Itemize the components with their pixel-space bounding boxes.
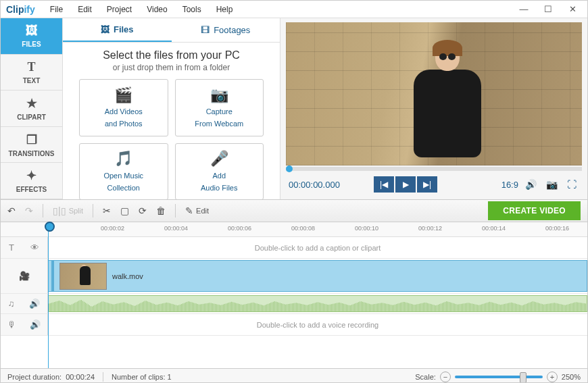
edit-button[interactable]: ✎ Edit xyxy=(185,205,209,216)
zoom-in-button[interactable]: + xyxy=(547,372,558,382)
tab-footages[interactable]: 🎞 Footages xyxy=(172,18,280,42)
image-icon: 🖼 xyxy=(26,24,38,38)
panel-title: Select the files from your PC xyxy=(71,49,272,61)
transitions-icon: ❐ xyxy=(26,132,37,147)
sidebar-item-effects[interactable]: ✦ EFFECTS xyxy=(1,163,62,199)
crop-button[interactable]: ▢ xyxy=(120,205,129,216)
voice-track: 🎙🔊 Double-click to add a voice recording xyxy=(1,314,587,336)
fullscreen-icon[interactable]: ⛶ xyxy=(564,179,579,190)
clip-filename: walk.mov xyxy=(112,272,143,280)
capture-webcam-button[interactable]: 📷 Capture From Webcam xyxy=(175,79,264,136)
open-music-button[interactable]: 🎵 Open Music Collection xyxy=(79,143,168,201)
video-track: 🎥 walk.mov xyxy=(1,259,587,294)
sidebar-item-transitions[interactable]: ❐ TRANSITIONS xyxy=(1,127,62,163)
menu-edit[interactable]: Edit xyxy=(71,2,99,17)
video-subject xyxy=(410,43,485,165)
add-audio-button[interactable]: 🎤 Add Audio Files xyxy=(175,143,264,201)
video-track-icon[interactable]: 🎥 xyxy=(19,271,30,281)
playhead[interactable] xyxy=(48,222,49,368)
preview-seek-slider[interactable] xyxy=(286,167,582,171)
redo-button[interactable]: ↷ xyxy=(25,205,33,216)
zoom-slider[interactable] xyxy=(455,376,543,378)
webcam-icon: 📷 xyxy=(210,86,228,104)
menu-help[interactable]: Help xyxy=(210,2,240,17)
sidebar-item-text[interactable]: T TEXT xyxy=(1,55,62,91)
scale-value: 250% xyxy=(562,373,581,381)
visibility-icon[interactable]: 👁 xyxy=(30,242,39,253)
audio-track: ♫🔊 xyxy=(1,294,587,314)
video-clip[interactable]: walk.mov xyxy=(48,260,587,292)
status-bar: Project duration: 00:00:24 Number of cli… xyxy=(1,368,587,383)
sidebar-item-clipart[interactable]: ★ CLIPART xyxy=(1,91,62,127)
app-logo: Clipify xyxy=(6,4,35,15)
mic-track-icon[interactable]: 🎙 xyxy=(7,320,16,330)
next-frame-button[interactable]: ▶| xyxy=(417,176,437,193)
text-track-icon[interactable]: T xyxy=(9,242,14,253)
rotate-button[interactable]: ⟳ xyxy=(139,205,147,216)
caption-track: T👁 Double-click to add a caption or clip… xyxy=(1,237,587,259)
main-menu: File Edit Project Video Tools Help xyxy=(43,2,240,17)
menu-file[interactable]: File xyxy=(43,2,70,17)
snapshot-icon[interactable]: 📷 xyxy=(543,179,560,190)
clip-thumbnail xyxy=(59,263,107,290)
sidebar-label: TRANSITIONS xyxy=(9,150,55,157)
preview-video[interactable] xyxy=(286,22,582,165)
window-controls: — ☐ ✕ xyxy=(514,3,582,16)
cut-button[interactable]: ✂ xyxy=(103,205,111,216)
mute-icon[interactable]: 🔊 xyxy=(29,299,40,309)
voice-track-body[interactable]: Double-click to add a voice recording xyxy=(48,314,587,335)
menu-video[interactable]: Video xyxy=(140,2,174,17)
timeline: 00:00:02 00:00:04 00:00:06 00:00:08 00:0… xyxy=(1,222,587,368)
text-icon: T xyxy=(27,60,35,74)
timecode: 00:00:00.000 xyxy=(289,180,340,190)
maximize-button[interactable]: ☐ xyxy=(539,3,558,16)
menu-project[interactable]: Project xyxy=(100,2,139,17)
split-button[interactable]: ▯|▯ Split xyxy=(53,205,83,216)
sidebar-label: TEXT xyxy=(23,77,41,84)
caption-track-body[interactable]: Double-click to add a caption or clipart xyxy=(48,237,587,258)
image-icon: 🖼 xyxy=(101,24,109,34)
star-icon: ★ xyxy=(26,96,37,111)
effects-icon: ✦ xyxy=(26,168,36,183)
play-button[interactable]: ▶ xyxy=(395,176,416,193)
menu-bar: Clipify File Edit Project Video Tools He… xyxy=(1,1,587,18)
timeline-ruler[interactable]: 00:00:02 00:00:04 00:00:06 00:00:08 00:0… xyxy=(1,222,587,237)
sidebar-label: EFFECTS xyxy=(16,186,47,193)
tab-files[interactable]: 🖼 Files xyxy=(63,18,172,42)
music-icon: 🎵 xyxy=(114,151,132,168)
audio-track-body[interactable] xyxy=(48,294,587,313)
preview-area: 00:00:00.000 |◀ ▶ ▶| 16:9 🔊 📷 ⛶ xyxy=(280,18,587,199)
create-video-button[interactable]: CREATE VIDEO xyxy=(488,201,581,220)
add-videos-photos-button[interactable]: 🎬 Add Videos and Photos xyxy=(79,79,168,136)
clip-count-label: Number of clips: 1 xyxy=(112,373,172,381)
sidebar: 🖼 FILES T TEXT ★ CLIPART ❐ TRANSITIONS ✦… xyxy=(1,18,63,199)
clapper-icon: 🎬 xyxy=(114,86,132,104)
aspect-ratio[interactable]: 16:9 xyxy=(501,180,518,190)
scale-label: Scale: xyxy=(415,373,436,381)
music-track-icon[interactable]: ♫ xyxy=(8,299,15,309)
minimize-button[interactable]: — xyxy=(514,3,533,16)
sidebar-item-files[interactable]: 🖼 FILES xyxy=(1,18,62,55)
close-button[interactable]: ✕ xyxy=(563,3,582,16)
menu-tools[interactable]: Tools xyxy=(176,2,208,17)
delete-button[interactable]: 🗑 xyxy=(156,205,166,216)
sidebar-label: FILES xyxy=(22,41,41,48)
zoom-out-button[interactable]: − xyxy=(440,372,451,382)
files-panel: 🖼 Files 🎞 Footages Select the files from… xyxy=(63,18,280,199)
film-icon: 🎞 xyxy=(201,25,210,35)
prev-frame-button[interactable]: |◀ xyxy=(374,176,394,193)
undo-button[interactable]: ↶ xyxy=(7,205,16,216)
audio-clip[interactable] xyxy=(48,295,587,312)
panel-subtitle: or just drop them in from a folder xyxy=(71,63,272,72)
sidebar-label: CLIPART xyxy=(17,113,46,121)
video-track-body[interactable]: walk.mov xyxy=(48,259,587,293)
mic-icon: 🎤 xyxy=(210,151,228,168)
volume-icon[interactable]: 🔊 xyxy=(522,179,539,190)
mute-icon[interactable]: 🔊 xyxy=(30,320,41,330)
project-duration-label: Project duration: 00:00:24 xyxy=(7,373,95,381)
